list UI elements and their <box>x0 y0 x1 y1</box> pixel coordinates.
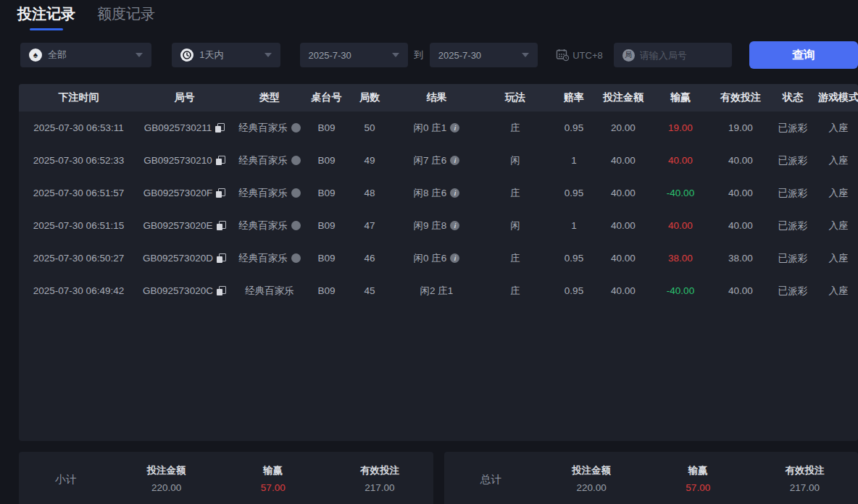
cell-status: 已派彩 <box>771 219 815 232</box>
tab-quota-records[interactable]: 额度记录 <box>97 4 155 30</box>
timezone-indicator: UTC+8 <box>556 49 603 62</box>
time-range-value: 1天内 <box>199 49 223 62</box>
copy-icon[interactable] <box>216 188 225 198</box>
cell-win-loss: 19.00 <box>651 122 710 133</box>
bet-amount-text: 40.00 <box>611 285 636 296</box>
col-bet-time: 下注时间 <box>19 91 138 104</box>
cell-game-mode: 入座 <box>815 219 858 232</box>
table-row: 2025-07-30 06:53:11GB0925730211经典百家乐B095… <box>19 112 858 144</box>
round-no-text: 45 <box>364 285 375 296</box>
cell-bet-amount: 40.00 <box>596 188 651 198</box>
chevron-down-icon <box>522 53 529 57</box>
copy-icon[interactable] <box>216 156 225 165</box>
odds-text: 0.95 <box>565 253 583 264</box>
info-icon[interactable]: i <box>450 221 459 230</box>
bet-amount-text: 40.00 <box>611 253 636 264</box>
spade-icon: ♠ <box>29 49 42 62</box>
cell-odds: 0.95 <box>552 122 596 133</box>
table-row: 2025-07-30 06:49:42GB092573020C经典百家乐B094… <box>19 274 858 307</box>
total-label: 总计 <box>444 473 538 487</box>
cell-bet-time: 2025-07-30 06:50:27 <box>19 253 138 264</box>
bet-time-text: 2025-07-30 06:50:27 <box>33 253 124 264</box>
summary-section: 小计 投注金额 220.00 输赢 57.00 有效投注 217.00 总计 投… <box>19 452 858 504</box>
cell-game-id: GB092573020D <box>138 253 230 264</box>
cell-round-no: 50 <box>344 122 395 133</box>
round-no-text: 47 <box>364 220 375 231</box>
cell-play: 庄 <box>478 285 552 298</box>
play-text: 庄 <box>510 252 520 265</box>
cell-bet-amount: 40.00 <box>596 155 651 166</box>
col-round-no: 局数 <box>344 91 395 104</box>
category-dropdown[interactable]: ♠ 全部 <box>20 43 151 67</box>
bet-time-text: 2025-07-30 06:52:33 <box>33 155 124 166</box>
round-no-text: 50 <box>364 122 375 133</box>
table-row: 2025-07-30 06:51:57GB092573020F经典百家乐B094… <box>19 177 858 209</box>
game-mode-text: 入座 <box>829 285 849 298</box>
col-odds: 赔率 <box>552 91 596 104</box>
copy-icon[interactable] <box>217 286 226 295</box>
cell-win-loss: 40.00 <box>651 220 710 231</box>
game-mode-text: 入座 <box>829 219 849 232</box>
table-no-text: B09 <box>317 188 335 198</box>
cell-round-no: 48 <box>344 188 395 198</box>
cell-win-loss: -40.00 <box>651 188 710 198</box>
cell-game-id: GB0925730211 <box>138 122 230 133</box>
table-row: 2025-07-30 06:51:15GB092573020E经典百家乐B094… <box>19 209 858 242</box>
game-id-text: GB092573020E <box>143 220 212 231</box>
cell-result: 闲2 庄1 <box>395 285 478 298</box>
col-play: 玩法 <box>478 91 552 104</box>
date-from-value: 2025-7-30 <box>309 50 351 61</box>
game-mode-text: 入座 <box>829 122 849 135</box>
time-range-dropdown[interactable]: 1天内 <box>172 43 280 67</box>
replay-icon[interactable] <box>291 123 301 133</box>
tab-bet-records[interactable]: 投注记录 <box>17 4 75 30</box>
copy-icon[interactable] <box>217 221 226 230</box>
replay-icon[interactable] <box>291 156 301 165</box>
col-table-no: 桌台号 <box>309 91 344 104</box>
cell-bet-time: 2025-07-30 06:52:33 <box>19 155 138 166</box>
cell-odds: 0.95 <box>552 285 596 296</box>
cell-odds: 0.95 <box>552 253 596 264</box>
total-win-loss: 输赢 57.00 <box>645 464 751 493</box>
status-text: 已派彩 <box>778 154 808 167</box>
info-icon[interactable]: i <box>450 253 459 263</box>
play-text: 闲 <box>510 154 520 167</box>
table-header-row: 下注时间 局号 类型 桌台号 局数 结果 玩法 赔率 投注金额 输赢 有效投注 … <box>19 84 858 112</box>
game-type-text: 经典百家乐 <box>238 219 288 232</box>
valid-bet-text: 40.00 <box>728 155 753 166</box>
info-icon[interactable]: i <box>450 156 459 165</box>
valid-bet-text: 38.00 <box>728 253 753 264</box>
replay-icon[interactable] <box>291 188 301 198</box>
date-from-picker[interactable]: 2025-7-30 <box>300 43 408 67</box>
cell-win-loss: 40.00 <box>651 155 710 166</box>
status-text: 已派彩 <box>778 187 808 200</box>
info-icon[interactable]: i <box>450 123 459 133</box>
info-icon[interactable]: i <box>450 188 459 198</box>
cell-game-type: 经典百家乐 <box>230 252 309 265</box>
copy-icon[interactable] <box>217 253 226 263</box>
cell-play: 闲 <box>478 154 552 167</box>
date-to-picker[interactable]: 2025-7-30 <box>430 43 538 67</box>
replay-icon[interactable] <box>291 221 301 230</box>
status-text: 已派彩 <box>778 285 808 298</box>
game-type-text: 经典百家乐 <box>238 122 288 135</box>
copy-icon[interactable] <box>215 123 225 133</box>
replay-icon[interactable] <box>291 253 301 263</box>
total-bet-amount: 投注金额 220.00 <box>538 464 645 493</box>
win-loss-text: -40.00 <box>667 285 694 296</box>
cell-result: 闲8 庄6i <box>395 187 478 200</box>
chevron-down-icon <box>265 53 272 57</box>
table-no-text: B09 <box>317 155 335 166</box>
odds-text: 1 <box>571 155 577 166</box>
odds-text: 0.95 <box>565 188 583 198</box>
category-value: 全部 <box>48 49 67 62</box>
query-button[interactable]: 查询 <box>749 41 858 69</box>
col-win-loss: 输赢 <box>651 91 710 104</box>
game-id-search-input[interactable] <box>640 50 720 61</box>
cell-valid-bet: 19.00 <box>710 122 771 133</box>
valid-bet-text: 19.00 <box>728 122 753 133</box>
cell-game-mode: 入座 <box>815 154 858 167</box>
col-result: 结果 <box>395 91 478 104</box>
play-text: 闲 <box>510 219 520 232</box>
game-type-text: 经典百家乐 <box>238 154 288 167</box>
